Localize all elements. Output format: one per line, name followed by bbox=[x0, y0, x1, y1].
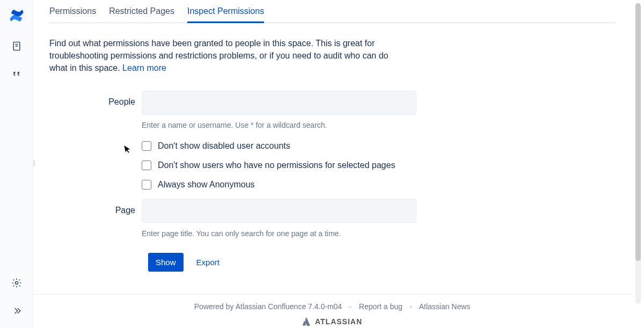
atlassian-brand: ATLASSIAN bbox=[33, 317, 631, 326]
checkbox-always-show-anonymous[interactable] bbox=[142, 180, 151, 189]
intro-body: Find out what permissions have been gran… bbox=[49, 39, 388, 72]
footer-powered-by: Powered by Atlassian Confluence 7.4.0-m0… bbox=[194, 302, 342, 311]
scrollbar-thumb[interactable] bbox=[635, 3, 641, 261]
tab-inspect-permissions[interactable]: Inspect Permissions bbox=[187, 3, 264, 23]
checkbox-always-show-anonymous-label: Always show Anonymous bbox=[158, 180, 255, 189]
tab-restricted-pages[interactable]: Restricted Pages bbox=[109, 3, 174, 23]
footer-report-bug-link[interactable]: Report a bug bbox=[359, 302, 402, 311]
show-button[interactable]: Show bbox=[148, 253, 184, 272]
sidebar bbox=[0, 0, 33, 328]
people-hint: Enter a name or username. Use * for a wi… bbox=[142, 121, 416, 129]
confluence-logo-icon[interactable] bbox=[9, 8, 25, 24]
tab-bar: Permissions Restricted Pages Inspect Per… bbox=[49, 3, 615, 23]
gear-icon[interactable] bbox=[10, 276, 23, 289]
atlassian-logo-icon bbox=[302, 317, 311, 326]
checkbox-hide-disabled-label: Don't show disabled user accounts bbox=[158, 141, 290, 151]
expand-icon[interactable] bbox=[10, 304, 23, 317]
quote-icon[interactable] bbox=[10, 68, 23, 81]
people-input[interactable] bbox=[142, 91, 416, 114]
intro-text: Find out what permissions have been gran… bbox=[49, 37, 404, 75]
main-content: Permissions Restricted Pages Inspect Per… bbox=[33, 0, 631, 328]
footer-atlassian-news-link[interactable]: Atlassian News bbox=[419, 302, 471, 311]
tab-permissions[interactable]: Permissions bbox=[49, 3, 96, 23]
checkbox-hide-no-permissions[interactable] bbox=[142, 161, 151, 170]
checkbox-hide-no-permissions-label: Don't show users who have no permissions… bbox=[158, 161, 395, 170]
page-input[interactable] bbox=[142, 199, 416, 223]
page-label: Page bbox=[49, 199, 142, 215]
people-label: People bbox=[49, 91, 142, 107]
learn-more-link[interactable]: Learn more bbox=[122, 63, 166, 72]
atlassian-brand-text: ATLASSIAN bbox=[315, 317, 362, 326]
page-footer: Powered by Atlassian Confluence 7.4.0-m0… bbox=[33, 294, 631, 328]
page-hint: Enter page title. You can only search fo… bbox=[142, 229, 416, 238]
svg-point-3 bbox=[15, 282, 18, 285]
export-button[interactable]: Export bbox=[196, 258, 219, 267]
scrollbar[interactable] bbox=[635, 3, 641, 304]
checkbox-hide-disabled[interactable] bbox=[142, 141, 151, 151]
page-icon[interactable] bbox=[10, 40, 23, 53]
